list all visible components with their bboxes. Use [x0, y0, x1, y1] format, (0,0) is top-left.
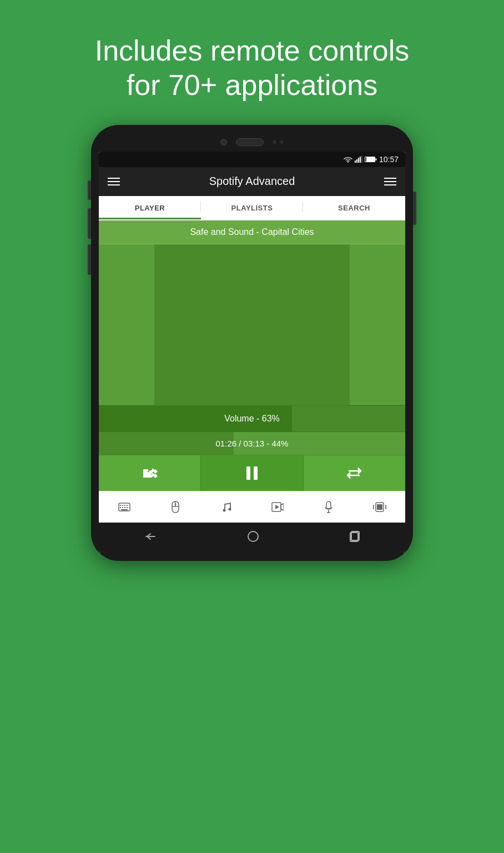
svg-rect-8 — [365, 157, 366, 162]
repeat-button[interactable] — [304, 455, 405, 491]
mouse-nav-icon[interactable] — [165, 497, 185, 517]
app-title: Spotify Advanced — [209, 175, 295, 188]
progress-bar[interactable]: 01:26 / 03:13 - 44% — [99, 432, 405, 455]
svg-point-36 — [248, 531, 258, 541]
battery-icon — [365, 156, 377, 163]
status-icons: 10:57 — [344, 155, 399, 164]
pause-icon — [245, 465, 259, 481]
shuffle-button[interactable] — [99, 455, 200, 491]
sensor-dot-2 — [280, 140, 284, 144]
svg-marker-30 — [281, 504, 284, 510]
volume-down-button — [88, 208, 91, 239]
back-button[interactable] — [144, 531, 157, 545]
album-art-right — [350, 244, 405, 405]
sensors — [273, 140, 284, 144]
svg-rect-4 — [360, 157, 361, 163]
phone-top — [99, 135, 405, 152]
sensor-dot-1 — [273, 140, 276, 144]
svg-point-26 — [223, 509, 226, 511]
svg-marker-29 — [275, 505, 279, 509]
front-camera — [220, 139, 227, 145]
silent-button — [88, 244, 91, 275]
album-art-left — [99, 244, 154, 405]
power-button — [413, 192, 416, 225]
svg-rect-35 — [377, 504, 382, 510]
svg-rect-3 — [358, 158, 359, 163]
tab-search[interactable]: SEARCH — [303, 196, 405, 219]
svg-rect-21 — [127, 507, 128, 508]
svg-rect-1 — [355, 160, 356, 163]
time-display: 10:57 — [379, 155, 399, 164]
svg-rect-7 — [375, 158, 376, 160]
svg-rect-5 — [361, 156, 362, 163]
svg-rect-14 — [120, 505, 121, 506]
volume-label: Volume - 63% — [224, 414, 280, 424]
tab-player[interactable]: PLAYER — [99, 196, 201, 219]
overflow-menu-button[interactable] — [384, 178, 396, 185]
video-nav-icon[interactable] — [268, 497, 288, 517]
svg-rect-11 — [246, 466, 250, 480]
tab-bar: PLAYER PLAYLISTS SEARCH — [99, 196, 405, 220]
signal-icon — [355, 156, 362, 163]
svg-point-0 — [347, 162, 349, 163]
shuffle-icon — [142, 467, 158, 479]
svg-point-27 — [229, 508, 231, 510]
svg-rect-15 — [122, 505, 123, 506]
svg-rect-31 — [326, 501, 331, 509]
playback-controls — [99, 455, 405, 491]
svg-rect-20 — [124, 507, 125, 508]
song-title-bar: Safe and Sound - Capital Cities — [99, 220, 405, 244]
svg-rect-19 — [122, 507, 123, 508]
svg-rect-17 — [127, 505, 128, 506]
mic-nav-icon[interactable] — [319, 497, 339, 517]
headline-text: Includes remote controls for 70+ applica… — [73, 33, 432, 103]
android-nav-bar — [99, 523, 405, 553]
album-art-center — [154, 244, 350, 405]
home-button[interactable] — [247, 530, 259, 545]
wifi-icon — [344, 156, 352, 163]
phone-screen: 10:57 Spotify Advanced PLAYER PLAYLI — [99, 152, 405, 553]
player-area: Safe and Sound - Capital Cities Volume -… — [99, 220, 405, 491]
pause-button[interactable] — [200, 455, 303, 491]
keyboard-nav-icon[interactable] — [114, 497, 134, 517]
song-title: Safe and Sound - Capital Cities — [190, 227, 314, 237]
status-bar: 10:57 — [99, 152, 405, 167]
svg-point-25 — [175, 503, 177, 505]
headline-line1: Includes remote controls — [95, 34, 410, 67]
earpiece — [236, 138, 264, 146]
repeat-icon — [346, 466, 362, 480]
svg-rect-2 — [356, 159, 357, 163]
music-nav-icon[interactable] — [216, 497, 236, 517]
progress-label: 01:26 / 03:13 - 44% — [216, 439, 289, 448]
recents-button[interactable] — [349, 530, 360, 545]
album-art-area — [99, 244, 405, 405]
nav-drawer-button[interactable] — [108, 178, 120, 185]
headline-line2: for 70+ applications — [127, 69, 377, 101]
svg-rect-16 — [124, 505, 125, 506]
app-bar: Spotify Advanced — [99, 167, 405, 196]
volume-up-button — [88, 180, 91, 200]
svg-rect-18 — [120, 507, 121, 508]
volume-bar[interactable]: Volume - 63% — [99, 405, 405, 432]
svg-rect-12 — [254, 466, 258, 480]
svg-rect-22 — [121, 509, 128, 510]
tab-playlists[interactable]: PLAYLISTS — [201, 196, 303, 219]
phone-vibrate-nav-icon[interactable] — [370, 497, 390, 517]
bottom-nav — [99, 491, 405, 523]
phone-mockup: 10:57 Spotify Advanced PLAYER PLAYLI — [91, 125, 413, 561]
